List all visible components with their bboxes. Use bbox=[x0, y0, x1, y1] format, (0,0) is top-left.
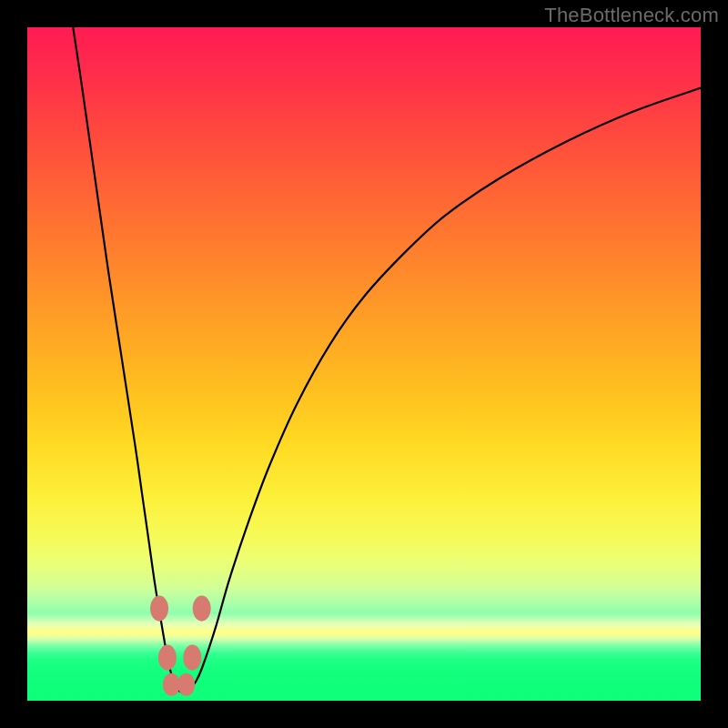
bottleneck-curve bbox=[73, 27, 701, 693]
curve-layer bbox=[27, 27, 701, 701]
watermark-text: TheBottleneck.com bbox=[544, 4, 719, 27]
curve-marker bbox=[183, 645, 201, 671]
curve-marker bbox=[177, 673, 195, 696]
chart-frame: TheBottleneck.com bbox=[0, 0, 728, 728]
curve-marker bbox=[193, 596, 211, 622]
plot-area bbox=[27, 27, 701, 701]
curve-marker bbox=[150, 596, 168, 622]
curve-markers bbox=[150, 596, 211, 696]
curve-marker bbox=[158, 645, 177, 671]
